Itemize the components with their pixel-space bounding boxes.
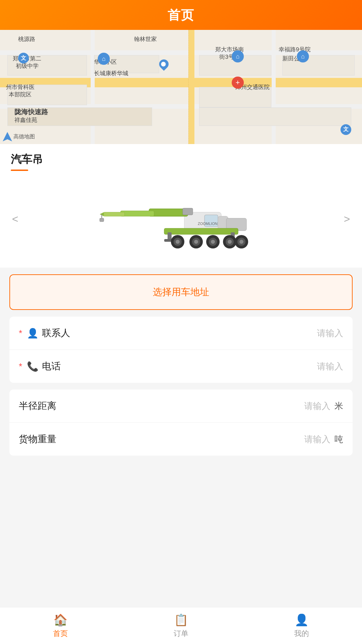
address-section: 选择用车地址: [0, 268, 362, 317]
carousel-next-button[interactable]: >: [338, 211, 355, 227]
order-icon: 📋: [174, 613, 188, 627]
crane-image: ZOOMLION: [24, 185, 338, 252]
map-icon-school: 文: [18, 53, 29, 63]
contact-required: *: [19, 328, 22, 338]
contact-form: * 👤 联系人 请输入 * 📞 电话 请输入: [9, 317, 353, 383]
section-title: 汽车吊: [11, 152, 351, 167]
extras-form: 半径距离 请输入 米 货物重量 请输入 吨: [9, 389, 353, 456]
weight-input[interactable]: 请输入: [304, 433, 330, 445]
map-icon-huayun: ⌂: [98, 53, 110, 65]
nav-order[interactable]: 📋 订单: [121, 607, 241, 644]
mine-icon: 👤: [295, 613, 309, 627]
svg-rect-10: [168, 232, 172, 240]
map-icon-wen: 文: [341, 124, 351, 135]
map-label-hanlin: 翰林世家: [134, 36, 157, 43]
nav-home-label: 首页: [53, 629, 68, 639]
home-icon: 🏠: [53, 613, 67, 627]
radius-unit: 米: [334, 400, 343, 412]
header: 首页: [0, 0, 362, 30]
nav-order-label: 订单: [174, 629, 188, 639]
section-underline: [11, 170, 28, 171]
svg-rect-4: [149, 209, 188, 216]
svg-rect-8: [183, 208, 193, 215]
nav-home[interactable]: 🏠 首页: [0, 607, 121, 644]
svg-point-16: [176, 240, 180, 244]
map-label-longhai: 陇海快速路: [14, 107, 48, 116]
phone-label: * 📞 电话: [19, 360, 317, 373]
contact-input[interactable]: 请输入: [317, 327, 343, 339]
weight-row: 货物重量 请输入 吨: [9, 423, 353, 456]
map-location-pin: [157, 58, 171, 71]
phone-label-text: 电话: [42, 360, 61, 373]
svg-text:ZOOMLION: ZOOMLION: [198, 222, 218, 226]
svg-point-22: [211, 240, 215, 244]
map-icon-xintian: ⌂: [297, 50, 309, 62]
svg-rect-30: [100, 218, 104, 222]
person-icon: 👤: [27, 328, 39, 339]
svg-rect-6: [104, 212, 125, 216]
svg-rect-5: [121, 211, 154, 216]
phone-input[interactable]: 请输入: [317, 361, 343, 372]
svg-point-25: [228, 240, 232, 244]
phone-icon: 📞: [27, 361, 39, 372]
radius-label: 半径距离: [19, 400, 304, 412]
map-label-guke: 州市骨科医本部院区: [0, 84, 40, 98]
radius-input[interactable]: 请输入: [304, 400, 330, 412]
contact-label: * 👤 联系人: [19, 327, 317, 339]
gaode-logo: 高德地图: [3, 132, 35, 141]
phone-required: *: [19, 361, 22, 372]
bottom-nav: 🏠 首页 📋 订单 👤 我的: [0, 607, 362, 644]
radius-right: 请输入 米: [304, 400, 343, 412]
svg-rect-9: [164, 228, 238, 234]
phone-row: * 📞 电话 请输入: [9, 350, 353, 383]
contact-label-text: 联系人: [42, 327, 70, 339]
address-select-button[interactable]: 选择用车地址: [9, 274, 353, 310]
section-title-area: 汽车吊: [0, 144, 362, 174]
gaode-text: 高德地图: [13, 133, 35, 140]
weight-unit: 吨: [334, 433, 343, 445]
map-area[interactable]: 桃源路 翰林世家 郑大市场南街3号院 幸福路9号院 郑州市第二初级中学 华云小区…: [0, 30, 362, 144]
svg-point-28: [239, 240, 243, 244]
radius-row: 半径距离 请输入 米: [9, 389, 353, 423]
map-icon-zhengda: ⌂: [232, 50, 244, 62]
crane-carousel: <: [0, 174, 362, 268]
weight-right: 请输入 吨: [304, 433, 343, 445]
nav-mine[interactable]: 👤 我的: [241, 607, 362, 644]
svg-point-19: [194, 240, 198, 244]
contact-row: * 👤 联系人 请输入: [9, 317, 353, 350]
map-label-taoyuan: 桃源路: [18, 36, 35, 43]
nav-mine-label: 我的: [294, 629, 309, 639]
map-label-zhengda: 郑大市场南街3号院: [203, 46, 257, 61]
map-label-jinyuan: 祥鑫佳苑: [14, 117, 37, 124]
carousel-prev-button[interactable]: <: [7, 211, 24, 227]
map-label-changcheng: 长城康桥华城: [94, 70, 128, 77]
weight-label: 货物重量: [19, 433, 304, 446]
page-title: 首页: [168, 8, 194, 22]
